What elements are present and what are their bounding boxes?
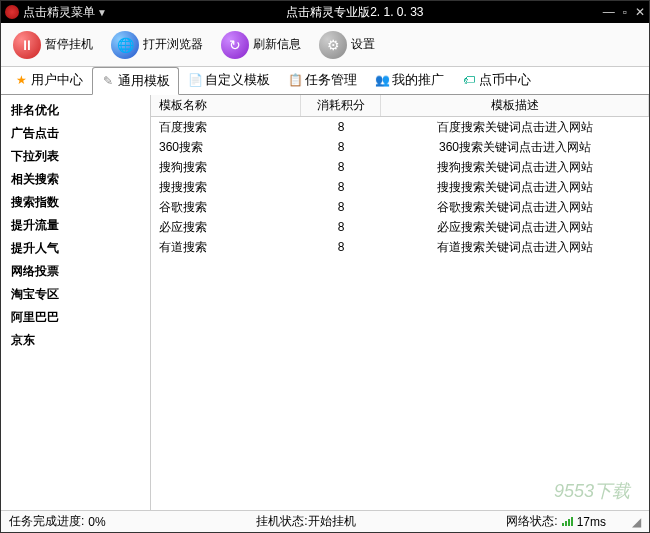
th-name[interactable]: 模板名称 (151, 95, 301, 116)
menu-button[interactable]: 点击精灵菜单 (23, 4, 95, 21)
progress-value: 0% (88, 515, 105, 529)
table-row[interactable]: 有道搜索8有道搜索关键词点击进入网站 (151, 237, 649, 257)
progress-label: 任务完成进度: (9, 513, 84, 530)
app-window: 点击精灵菜单 ▼ 点击精灵专业版2. 1. 0. 33 — ▫ ✕ ⏸ 暂停挂机… (0, 0, 650, 533)
td-cost: 8 (301, 218, 381, 236)
latency-value: 17ms (577, 515, 606, 529)
td-desc: 搜狗搜索关键词点击进入网站 (381, 157, 649, 178)
gear-icon: ⚙ (319, 31, 347, 59)
td-cost: 8 (301, 198, 381, 216)
tab-bar: ★用户中心✎通用模板📄自定义模板📋任务管理👥我的推广🏷点币中心 (1, 67, 649, 95)
table-body: 百度搜索8百度搜索关键词点击进入网站360搜索8360搜索关键词点击进入网站搜狗… (151, 117, 649, 510)
pause-label: 暂停挂机 (45, 36, 93, 53)
td-cost: 8 (301, 158, 381, 176)
promo-icon: 👥 (375, 73, 389, 87)
coin-icon: 🏷 (462, 73, 476, 87)
tab-label: 通用模板 (118, 72, 170, 90)
tab-1[interactable]: ✎通用模板 (92, 67, 179, 95)
sidebar-item-4[interactable]: 搜索指数 (1, 191, 150, 214)
network-status: 网络状态: 17ms (506, 513, 606, 530)
refresh-icon: ↻ (221, 31, 249, 59)
sidebar-item-5[interactable]: 提升流量 (1, 214, 150, 237)
sidebar-item-9[interactable]: 阿里巴巴 (1, 306, 150, 329)
refresh-button[interactable]: ↻ 刷新信息 (213, 27, 309, 63)
table-row[interactable]: 百度搜索8百度搜索关键词点击进入网站 (151, 117, 649, 137)
table-row[interactable]: 搜狗搜索8搜狗搜索关键词点击进入网站 (151, 157, 649, 177)
statusbar: 任务完成进度: 0% 挂机状态:开始挂机 网络状态: 17ms ◢ (1, 510, 649, 532)
pause-icon: ⏸ (13, 31, 41, 59)
chevron-down-icon: ▼ (97, 7, 107, 18)
tab-2[interactable]: 📄自定义模板 (179, 66, 279, 94)
sidebar-item-3[interactable]: 相关搜索 (1, 168, 150, 191)
td-desc: 谷歌搜索关键词点击进入网站 (381, 197, 649, 218)
td-desc: 搜搜搜索关键词点击进入网站 (381, 177, 649, 198)
sidebar-item-6[interactable]: 提升人气 (1, 237, 150, 260)
td-desc: 360搜索关键词点击进入网站 (381, 137, 649, 158)
td-cost: 8 (301, 138, 381, 156)
table-row[interactable]: 谷歌搜索8谷歌搜索关键词点击进入网站 (151, 197, 649, 217)
tab-3[interactable]: 📋任务管理 (279, 66, 366, 94)
tab-label: 点币中心 (479, 71, 531, 89)
tab-4[interactable]: 👥我的推广 (366, 66, 453, 94)
network-label: 网络状态: (506, 513, 557, 530)
td-desc: 有道搜索关键词点击进入网站 (381, 237, 649, 258)
td-name: 百度搜索 (151, 117, 301, 138)
run-status-label: 挂机状态:开始挂机 (256, 513, 355, 530)
close-button[interactable]: ✕ (635, 5, 645, 19)
td-name: 必应搜索 (151, 217, 301, 238)
sidebar: 排名优化广告点击下拉列表相关搜索搜索指数提升流量提升人气网络投票淘宝专区阿里巴巴… (1, 95, 151, 510)
toolbar: ⏸ 暂停挂机 🌐 打开浏览器 ↻ 刷新信息 ⚙ 设置 (1, 23, 649, 67)
browser-button[interactable]: 🌐 打开浏览器 (103, 27, 211, 63)
resize-grip-icon[interactable]: ◢ (632, 515, 641, 529)
pause-button[interactable]: ⏸ 暂停挂机 (5, 27, 101, 63)
refresh-label: 刷新信息 (253, 36, 301, 53)
table-row[interactable]: 必应搜索8必应搜索关键词点击进入网站 (151, 217, 649, 237)
td-name: 谷歌搜索 (151, 197, 301, 218)
doc-icon: 📄 (188, 73, 202, 87)
window-title: 点击精灵专业版2. 1. 0. 33 (107, 4, 603, 21)
settings-button[interactable]: ⚙ 设置 (311, 27, 383, 63)
browser-icon: 🌐 (111, 31, 139, 59)
sidebar-item-8[interactable]: 淘宝专区 (1, 283, 150, 306)
content-area: 排名优化广告点击下拉列表相关搜索搜索指数提升流量提升人气网络投票淘宝专区阿里巴巴… (1, 95, 649, 510)
star-icon: ★ (14, 73, 28, 87)
app-icon (5, 5, 19, 19)
table-header: 模板名称 消耗积分 模板描述 (151, 95, 649, 117)
td-desc: 必应搜索关键词点击进入网站 (381, 217, 649, 238)
tab-label: 任务管理 (305, 71, 357, 89)
sidebar-item-0[interactable]: 排名优化 (1, 99, 150, 122)
titlebar: 点击精灵菜单 ▼ 点击精灵专业版2. 1. 0. 33 — ▫ ✕ (1, 1, 649, 23)
window-controls: — ▫ ✕ (603, 5, 645, 19)
task-icon: 📋 (288, 73, 302, 87)
td-name: 360搜索 (151, 137, 301, 158)
run-status: 挂机状态:开始挂机 (256, 513, 355, 530)
tab-label: 用户中心 (31, 71, 83, 89)
sidebar-item-10[interactable]: 京东 (1, 329, 150, 352)
browser-label: 打开浏览器 (143, 36, 203, 53)
th-cost[interactable]: 消耗积分 (301, 95, 381, 116)
td-cost: 8 (301, 118, 381, 136)
td-name: 搜搜搜索 (151, 177, 301, 198)
wand-icon: ✎ (101, 74, 115, 88)
th-desc[interactable]: 模板描述 (381, 95, 649, 116)
td-name: 搜狗搜索 (151, 157, 301, 178)
main-panel: 模板名称 消耗积分 模板描述 百度搜索8百度搜索关键词点击进入网站360搜索83… (151, 95, 649, 510)
td-cost: 8 (301, 178, 381, 196)
progress-status: 任务完成进度: 0% (9, 513, 106, 530)
tab-5[interactable]: 🏷点币中心 (453, 66, 540, 94)
sidebar-item-2[interactable]: 下拉列表 (1, 145, 150, 168)
tab-0[interactable]: ★用户中心 (5, 66, 92, 94)
minimize-button[interactable]: — (603, 5, 615, 19)
settings-label: 设置 (351, 36, 375, 53)
tab-label: 自定义模板 (205, 71, 270, 89)
sidebar-item-1[interactable]: 广告点击 (1, 122, 150, 145)
td-name: 有道搜索 (151, 237, 301, 258)
table-row[interactable]: 360搜索8360搜索关键词点击进入网站 (151, 137, 649, 157)
sidebar-item-7[interactable]: 网络投票 (1, 260, 150, 283)
td-cost: 8 (301, 238, 381, 256)
td-desc: 百度搜索关键词点击进入网站 (381, 117, 649, 138)
maximize-button[interactable]: ▫ (623, 5, 627, 19)
table-row[interactable]: 搜搜搜索8搜搜搜索关键词点击进入网站 (151, 177, 649, 197)
signal-icon (562, 517, 573, 526)
tab-label: 我的推广 (392, 71, 444, 89)
